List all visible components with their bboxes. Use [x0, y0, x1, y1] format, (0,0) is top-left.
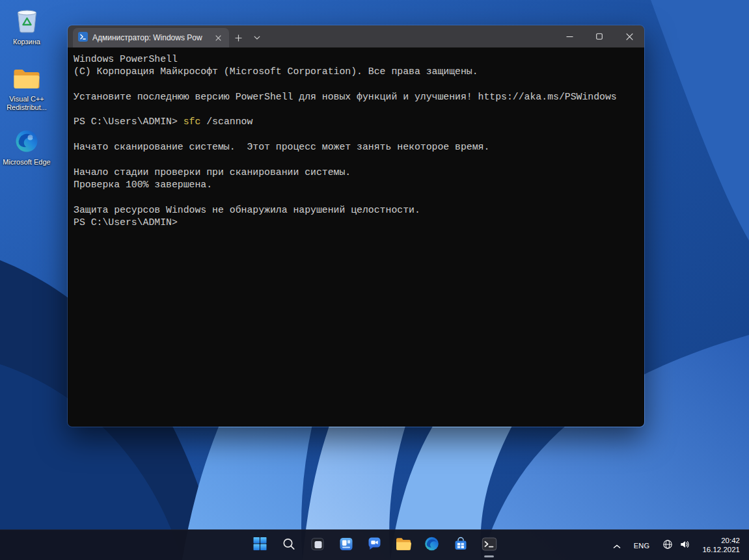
edge-taskbar-button[interactable]	[418, 532, 445, 558]
terminal-tab[interactable]: Администратор: Windows Pow	[73, 28, 229, 47]
terminal-line: PS C:\Users\ADMIN> sfc /scannow	[74, 116, 638, 128]
tab-close-icon[interactable]	[212, 32, 224, 44]
terminal-line	[74, 79, 638, 91]
file-explorer-button[interactable]	[390, 532, 416, 558]
terminal-line: Начало стадии проверки при сканировании …	[74, 167, 638, 179]
terminal-line: Начато сканирование системы. Этот процес…	[74, 141, 638, 153]
desktop-icon-recycle-bin[interactable]: Корзина	[1, 7, 53, 46]
tab-dropdown-chevron-icon[interactable]	[248, 28, 266, 47]
terminal-line	[74, 103, 638, 116]
taskbar-center-icons	[247, 532, 502, 558]
search-button[interactable]	[275, 532, 302, 558]
volume-icon	[679, 539, 690, 552]
task-view-button[interactable]	[304, 532, 331, 558]
tray-overflow-button[interactable]	[608, 534, 625, 557]
desktop-icon-microsoft-edge[interactable]: Microsoft Edge	[1, 129, 53, 167]
desktop: Корзина Visual C++ Redistribut...	[0, 0, 749, 560]
chevron-up-icon	[613, 540, 621, 552]
clock-time: 20:42	[702, 537, 740, 546]
minimize-button[interactable]	[554, 25, 584, 47]
terminal-line: Защита ресурсов Windows не обнаружила на…	[74, 204, 638, 217]
system-tray: ENG 20:42	[608, 530, 744, 560]
terminal-line	[74, 191, 638, 204]
task-view-icon	[310, 537, 325, 554]
search-icon	[282, 537, 295, 553]
powershell-tab-icon	[78, 32, 88, 44]
terminal-taskbar-button[interactable]	[476, 532, 502, 558]
chat-icon	[367, 536, 383, 554]
taskbar: ENG 20:42	[0, 529, 749, 560]
terminal-titlebar[interactable]: Администратор: Windows Pow	[68, 25, 644, 47]
terminal-line: Проверка 100% завершена.	[74, 179, 638, 191]
tab-title: Администратор: Windows Pow	[92, 33, 208, 42]
terminal-line	[74, 153, 638, 166]
widgets-button[interactable]	[333, 532, 359, 558]
close-button[interactable]	[614, 25, 644, 47]
edge-icon	[424, 536, 440, 554]
terminal-line	[74, 129, 638, 141]
terminal-viewport[interactable]: Windows PowerShell(C) Корпорация Майкрос…	[68, 47, 644, 427]
clock[interactable]: 20:42 16.12.2021	[698, 537, 744, 554]
file-explorer-icon	[395, 536, 411, 555]
terminal-window: Администратор: Windows Pow	[67, 25, 645, 427]
window-caption-buttons	[554, 25, 644, 47]
desktop-icon-label: Microsoft Edge	[3, 158, 50, 167]
widgets-icon	[338, 537, 353, 554]
recycle-bin-icon	[15, 7, 39, 36]
start-button[interactable]	[247, 532, 273, 558]
terminal-line: (C) Корпорация Майкрософт (Microsoft Cor…	[74, 66, 638, 78]
terminal-line: PS C:\Users\ADMIN>	[74, 217, 638, 229]
language-indicator[interactable]: ENG	[629, 534, 655, 557]
chat-button[interactable]	[361, 532, 388, 558]
folder-icon	[13, 68, 41, 93]
terminal-output: Windows PowerShell(C) Корпорация Майкрос…	[74, 53, 638, 229]
network-globe-icon	[662, 539, 673, 552]
desktop-icon-label: Visual C++ Redistribut...	[2, 95, 51, 112]
new-tab-button[interactable]	[229, 28, 248, 47]
store-button[interactable]	[447, 532, 474, 558]
maximize-button[interactable]	[584, 25, 614, 47]
terminal-icon	[481, 536, 497, 555]
desktop-icon-label: Корзина	[13, 38, 40, 46]
terminal-line: Windows PowerShell	[74, 53, 638, 66]
edge-icon	[14, 129, 39, 156]
store-icon	[453, 537, 468, 554]
terminal-line: Установите последнюю версию PowerShell д…	[74, 91, 638, 103]
desktop-icon-visual-cpp[interactable]: Visual C++ Redistribut...	[1, 68, 53, 112]
windows-logo-icon	[252, 536, 268, 554]
quick-settings-button[interactable]	[658, 534, 694, 557]
clock-date: 16.12.2021	[702, 546, 740, 555]
